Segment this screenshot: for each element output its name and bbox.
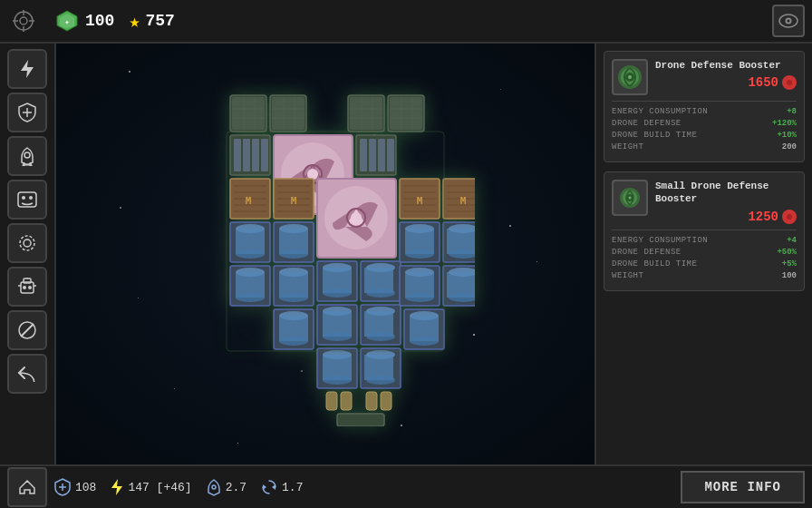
alien-btn[interactable]: [7, 180, 47, 220]
stat-label: WEIGHT: [612, 142, 643, 151]
svg-point-155: [410, 337, 439, 346]
svg-rect-168: [337, 414, 384, 426]
stat-label: WEIGHT: [612, 271, 643, 280]
svg-rect-57: [252, 139, 259, 171]
svg-point-119: [236, 293, 265, 302]
item-1-icon: [612, 59, 648, 95]
svg-rect-66: [378, 139, 385, 171]
price-coin-icon-2: [782, 210, 797, 224]
crosshair-icon: [7, 5, 40, 37]
rate-value: 1.7: [282, 481, 303, 494]
svg-rect-65: [369, 139, 376, 171]
svg-rect-49: [390, 97, 422, 130]
item-card-1[interactable]: Drone Defense Booster 1650: [604, 51, 805, 162]
stat-value: +4: [787, 236, 797, 245]
svg-marker-12: [21, 60, 34, 78]
shield-stat: 108: [54, 478, 96, 496]
svg-rect-55: [234, 139, 241, 171]
svg-point-127: [323, 288, 352, 298]
svg-text:M: M: [291, 195, 297, 207]
svg-point-19: [24, 239, 31, 247]
item-1-price: 1650: [655, 75, 797, 90]
stat-label: ENERGY CONSUMPTION: [612, 236, 708, 245]
item-2-price: 1250: [655, 210, 797, 224]
svg-point-186: [212, 485, 216, 489]
svg-rect-31: [232, 97, 265, 130]
svg-marker-187: [272, 484, 276, 490]
left-sidebar: [0, 44, 56, 464]
svg-point-181: [787, 214, 792, 220]
main-content: M M: [0, 44, 812, 464]
svg-point-163: [366, 376, 395, 385]
svg-point-18: [29, 196, 33, 200]
svg-text:M: M: [417, 195, 423, 207]
item-2-title-block: Small Drone Defense Booster 1250: [655, 180, 797, 224]
star-icon: ★: [129, 10, 140, 33]
stat-label: DRONE DEFENSE: [612, 119, 682, 128]
item-1-stats: ENERGY CONSUMPTION +8 DRONE DEFENSE +120…: [612, 101, 797, 151]
stat-row: WEIGHT 200: [612, 142, 797, 151]
rocket-btn[interactable]: [7, 136, 47, 176]
cancel-btn[interactable]: [7, 310, 47, 350]
item-2-stats: ENERGY CONSUMPTION +4 DRONE DEFENSE +50%…: [612, 230, 797, 280]
stat-value: +5%: [782, 259, 797, 269]
svg-point-15: [24, 152, 30, 158]
more-info-button[interactable]: MORE INFO: [681, 471, 805, 503]
bottom-stats: 108 147 [+46] 2.7: [54, 478, 681, 496]
undo-btn[interactable]: [7, 354, 47, 394]
svg-text:M: M: [460, 195, 467, 207]
energy-stat: 147 [+46]: [111, 478, 191, 496]
stat-row: ENERGY CONSUMPTION +4: [612, 236, 797, 245]
shield-btn[interactable]: [7, 93, 47, 132]
svg-text:✦: ✦: [64, 18, 70, 27]
svg-point-131: [366, 288, 395, 298]
stat-row: DRONE BUILD TIME +5%: [612, 259, 797, 269]
svg-point-62: [307, 169, 318, 180]
svg-rect-58: [261, 139, 268, 171]
svg-marker-188: [263, 484, 266, 490]
svg-point-147: [323, 332, 352, 341]
svg-text:M: M: [246, 195, 252, 207]
stat-value: +120%: [772, 119, 797, 128]
stat-value: +50%: [777, 248, 797, 257]
item-card-2[interactable]: Small Drone Defense Booster 1250: [604, 171, 805, 291]
energy-value: 147 [+46]: [128, 481, 191, 494]
home-button[interactable]: [7, 467, 47, 507]
item-card-2-header: Small Drone Defense Booster 1250: [612, 180, 797, 224]
svg-point-103: [236, 249, 265, 259]
robot-btn[interactable]: [7, 267, 47, 307]
stat-row: DRONE BUILD TIME +10%: [612, 131, 797, 140]
lightning-btn[interactable]: [7, 49, 47, 89]
price-coin-icon-1: [782, 75, 797, 90]
crystals-value: 100: [85, 12, 114, 30]
svg-point-175: [787, 80, 792, 85]
svg-point-173: [628, 75, 632, 79]
svg-marker-182: [20, 481, 34, 493]
stat-row: ENERGY CONSUMPTION +8: [612, 107, 797, 116]
svg-point-85: [351, 212, 362, 223]
rate-stat: 1.7: [261, 479, 303, 495]
item-1-price-value: 1650: [748, 75, 778, 90]
svg-rect-37: [272, 97, 304, 130]
gear-btn[interactable]: [7, 223, 47, 263]
svg-marker-185: [111, 479, 122, 495]
item-1-name: Drone Defense Booster: [655, 59, 797, 72]
svg-rect-164: [326, 392, 337, 410]
stars-value: 757: [145, 12, 174, 30]
svg-point-135: [405, 293, 434, 302]
svg-point-179: [629, 197, 632, 200]
center-area: M M: [56, 44, 594, 464]
item-card-1-header: Drone Defense Booster 1650: [612, 59, 797, 95]
stars-resource: ★ 757: [129, 10, 174, 33]
game-container: ✦ 100 ★ 757: [0, 0, 812, 508]
stat-row: DRONE DEFENSE +120%: [612, 119, 797, 128]
station: M M: [176, 82, 475, 426]
eye-button[interactable]: [772, 5, 805, 37]
svg-point-23: [23, 286, 26, 289]
station-svg: M M: [176, 82, 475, 426]
svg-rect-67: [387, 139, 394, 171]
right-panel: Drone Defense Booster 1650: [594, 44, 812, 464]
svg-rect-43: [350, 97, 382, 130]
stat-row: WEIGHT 100: [612, 271, 797, 280]
svg-rect-22: [24, 278, 31, 283]
